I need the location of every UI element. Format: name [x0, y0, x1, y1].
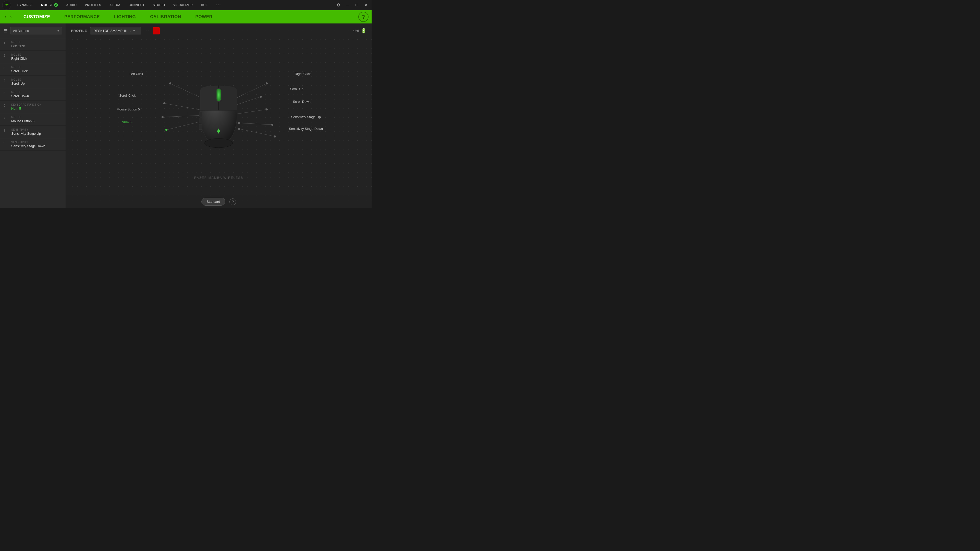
all-buttons-dropdown[interactable]: All Buttons ▾ — [10, 27, 62, 35]
dropdown-arrow-icon: ▾ — [57, 29, 59, 33]
tab-arrows: ‹ › — [3, 14, 13, 20]
svg-point-25 — [260, 96, 262, 98]
window-controls: ⚙ ─ □ ✕ — [335, 2, 369, 9]
tab-lighting[interactable]: LIGHTING — [107, 10, 143, 24]
svg-point-24 — [266, 83, 268, 84]
profile-bar: PROFILE DESKTOP-SMSMPHH-... ▾ ··· 44% 🔋 — [66, 24, 372, 38]
nav-item-mouse[interactable]: MOUSE 2 — [37, 0, 62, 10]
nav-item-audio[interactable]: AUDIO — [62, 0, 81, 10]
svg-rect-36 — [199, 124, 202, 130]
list-item[interactable]: 7 MOUSE Mouse Button 5 — [0, 113, 65, 126]
mouse-container: ✦ Left Click Scroll Click Mouse Button 5 — [114, 56, 323, 178]
profile-color-button[interactable] — [153, 27, 160, 35]
diagram-help-button[interactable]: ? — [229, 198, 236, 205]
profile-dropdown-arrow-icon: ▾ — [133, 29, 135, 33]
bottom-bar: Standard ? — [66, 195, 372, 208]
svg-point-20 — [169, 83, 171, 84]
mouse-badge: 2 — [54, 3, 58, 6]
maximize-button[interactable]: □ — [353, 2, 360, 9]
list-item[interactable]: 4 MOUSE Scroll Up — [0, 76, 65, 88]
svg-point-28 — [274, 135, 276, 138]
svg-rect-33 — [217, 89, 221, 101]
label-left-click: Left Click — [129, 72, 143, 76]
help-button[interactable]: ? — [358, 12, 369, 22]
nav-item-more[interactable]: ··· — [212, 0, 225, 10]
sidebar: ☰ All Buttons ▾ 1 MOUSE Left Click 2 MOU… — [0, 24, 66, 208]
label-sens-stage-down: Sensitivity Stage Down — [289, 127, 323, 130]
svg-rect-34 — [199, 112, 202, 117]
svg-point-22 — [162, 116, 164, 118]
battery-icon: 🔋 — [361, 28, 366, 34]
tab-performance[interactable]: PERFORMANCE — [57, 10, 107, 24]
tab-prev-button[interactable]: ‹ — [3, 14, 8, 20]
minimize-button[interactable]: ─ — [344, 2, 351, 9]
nav-item-connect[interactable]: CONNECT — [124, 0, 149, 10]
svg-rect-35 — [199, 118, 202, 123]
profile-dropdown[interactable]: DESKTOP-SMSMPHH-... ▾ — [90, 27, 141, 35]
svg-point-23 — [165, 129, 167, 131]
button-list: 1 MOUSE Left Click 2 MOUSE Right Click 3… — [0, 38, 65, 208]
device-name: RAZER MAMBA WIRELESS — [194, 176, 243, 179]
nav-item-synapse[interactable]: SYNAPSE — [13, 0, 37, 10]
label-scroll-up: Scroll Up — [290, 87, 304, 91]
list-item[interactable]: 9 SENSITIVITY Sensitivity Stage Down — [0, 138, 65, 151]
label-scroll-click: Scroll Click — [119, 94, 135, 97]
nav-item-profiles[interactable]: PROFILES — [81, 0, 105, 10]
nav-item-studio[interactable]: STUDIO — [149, 0, 169, 10]
svg-text:✦: ✦ — [215, 127, 222, 135]
tabbar: ‹ › CUSTOMIZE PERFORMANCE LIGHTING CALIB… — [0, 10, 372, 24]
profile-options-button[interactable]: ··· — [144, 28, 150, 33]
tab-calibration[interactable]: CALIBRATION — [143, 10, 188, 24]
razer-logo: ✦ — [2, 0, 11, 10]
label-num5: Num 5 — [122, 120, 131, 124]
list-item[interactable]: 5 MOUSE Scroll Down — [0, 88, 65, 101]
settings-button[interactable]: ⚙ — [335, 2, 342, 9]
hamburger-icon[interactable]: ☰ — [3, 28, 8, 34]
svg-line-9 — [239, 123, 272, 125]
mouse-diagram: ✦ Left Click Scroll Click Mouse Button 5 — [66, 38, 372, 195]
label-scroll-down: Scroll Down — [293, 100, 310, 103]
sidebar-header: ☰ All Buttons ▾ — [0, 24, 65, 38]
battery-info: 44% 🔋 — [353, 28, 366, 34]
label-right-click: Right Click — [295, 72, 310, 76]
titlebar-nav: SYNAPSE MOUSE 2 AUDIO PROFILES ALEXA CON… — [13, 0, 335, 10]
label-sens-stage-up: Sensitivity Stage Up — [291, 115, 321, 119]
svg-point-26 — [266, 108, 268, 110]
list-item[interactable]: 1 MOUSE Left Click — [0, 38, 65, 51]
svg-text:✦: ✦ — [5, 2, 9, 7]
svg-point-27 — [271, 124, 273, 126]
list-item[interactable]: 6 KEYBOARD FUNCTION Num 5 — [0, 101, 65, 113]
view-mode-button[interactable]: Standard — [201, 198, 226, 206]
tab-power[interactable]: POWER — [188, 10, 220, 24]
nav-item-visualizer[interactable]: VISUALIZER — [169, 0, 197, 10]
titlebar: ✦ SYNAPSE MOUSE 2 AUDIO PROFILES ALEXA C… — [0, 0, 372, 10]
nav-item-alexa[interactable]: ALEXA — [105, 0, 124, 10]
mouse-image: ✦ — [197, 75, 241, 149]
close-button[interactable]: ✕ — [363, 2, 369, 9]
tab-customize[interactable]: CUSTOMIZE — [16, 10, 57, 24]
content-area: PROFILE DESKTOP-SMSMPHH-... ▾ ··· 44% 🔋 — [66, 24, 372, 208]
main-content: ☰ All Buttons ▾ 1 MOUSE Left Click 2 MOU… — [0, 24, 372, 208]
svg-point-21 — [163, 102, 165, 104]
tab-next-button[interactable]: › — [9, 14, 13, 20]
list-item[interactable]: 3 MOUSE Scroll Click — [0, 63, 65, 76]
svg-line-10 — [239, 129, 275, 137]
list-item[interactable]: 2 MOUSE Right Click — [0, 51, 65, 63]
list-item[interactable]: 8 SENSITIVITY Sensitivity Stage Up — [0, 126, 65, 138]
label-mouse-btn5: Mouse Button 5 — [117, 107, 140, 111]
nav-item-hue[interactable]: HUE — [197, 0, 212, 10]
svg-point-38 — [205, 138, 233, 148]
